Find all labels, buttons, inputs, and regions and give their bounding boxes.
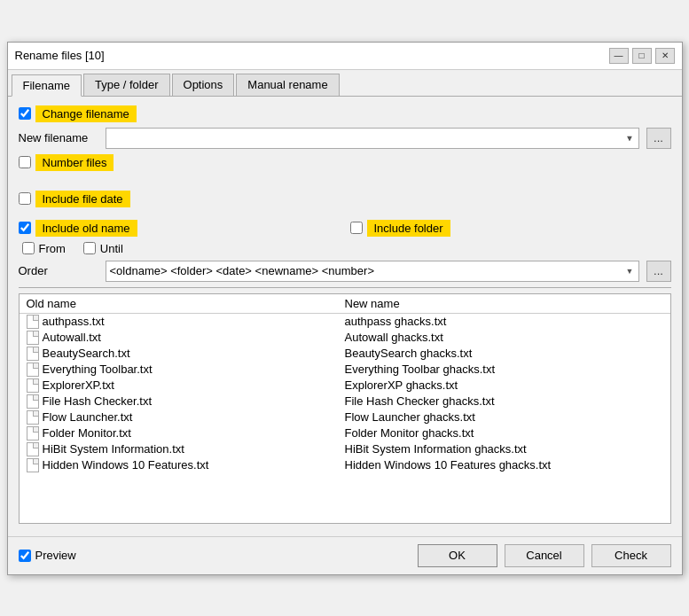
- include-options-row: Include old name Include folder: [19, 220, 671, 237]
- change-filename-label[interactable]: Change filename: [19, 105, 137, 122]
- window-title: Rename files [10]: [15, 49, 105, 62]
- order-dots-button[interactable]: ...: [646, 261, 671, 282]
- file-old-name: authpass.txt: [27, 315, 345, 329]
- order-label: Order: [19, 264, 98, 277]
- preview-label[interactable]: Preview: [19, 549, 76, 562]
- include-folder-text: Include folder: [367, 220, 450, 237]
- title-bar: Rename files [10] — □ ✕: [8, 43, 682, 70]
- new-filename-row: New filename ghacks ▼ ...: [19, 128, 671, 149]
- order-select[interactable]: <oldname> <folder> <date> <newname> <num…: [106, 261, 639, 282]
- file-new-name: authpass ghacks.txt: [345, 315, 663, 328]
- change-filename-row: Change filename: [19, 105, 671, 122]
- file-icon: [27, 442, 39, 456]
- col-header-new: New name: [345, 297, 663, 310]
- include-folder-label[interactable]: Include folder: [350, 220, 450, 237]
- order-row: Order <oldname> <folder> <date> <newname…: [19, 261, 671, 282]
- from-text: From: [39, 242, 66, 255]
- file-old-name: Flow Launcher.txt: [27, 410, 345, 425]
- file-list-header: Old name New name: [20, 294, 670, 314]
- change-filename-checkbox[interactable]: [19, 107, 31, 120]
- from-checkbox[interactable]: [22, 242, 35, 254]
- include-old-name-label[interactable]: Include old name: [19, 220, 137, 237]
- file-list-container: Old name New name authpass.txt authpass …: [19, 293, 671, 524]
- file-icon: [27, 347, 39, 361]
- check-button[interactable]: Check: [591, 544, 671, 567]
- tab-bar: Filename Type / folder Options Manual re…: [8, 70, 682, 97]
- table-row: BeautySearch.txt BeautySearch ghacks.txt: [20, 346, 670, 362]
- footer: Preview OK Cancel Check: [8, 536, 682, 574]
- number-files-checkbox[interactable]: [19, 156, 31, 168]
- main-content: Change filename New filename ghacks ▼ ..…: [8, 97, 682, 536]
- table-row: authpass.txt authpass ghacks.txt: [20, 314, 670, 330]
- include-old-name-col: Include old name: [19, 220, 340, 237]
- preview-checkbox[interactable]: [19, 550, 31, 562]
- table-row: Hidden Windows 10 Features.txt Hidden Wi…: [20, 457, 670, 473]
- new-filename-select-wrapper: ghacks ▼: [106, 128, 639, 149]
- file-new-name: Everything Toolbar ghacks.txt: [345, 363, 663, 376]
- include-folder-col: Include folder: [350, 220, 671, 237]
- number-files-row: Number files: [19, 154, 671, 171]
- tab-manual-rename[interactable]: Manual rename: [236, 74, 339, 96]
- preview-text: Preview: [35, 549, 76, 562]
- maximize-button[interactable]: □: [632, 48, 652, 64]
- file-new-name: Autowall ghacks.txt: [345, 331, 663, 344]
- include-folder-checkbox[interactable]: [350, 222, 363, 234]
- table-row: File Hash Checker.txt File Hash Checker …: [20, 394, 670, 409]
- file-new-name: Folder Monitor ghacks.txt: [345, 426, 663, 440]
- tab-filename[interactable]: Filename: [12, 74, 82, 97]
- from-until-row: From Until: [22, 242, 671, 255]
- file-new-name: Flow Launcher ghacks.txt: [345, 410, 663, 424]
- main-window: Rename files [10] — □ ✕ Filename Type / …: [7, 42, 683, 575]
- include-file-date-label[interactable]: Include file date: [19, 191, 130, 207]
- include-file-date-checkbox[interactable]: [19, 192, 31, 205]
- until-text: Until: [100, 242, 123, 255]
- file-icon: [27, 458, 39, 472]
- ok-button[interactable]: OK: [418, 544, 497, 567]
- file-new-name: HiBit System Information ghacks.txt: [345, 442, 663, 456]
- new-filename-dots-button[interactable]: ...: [646, 128, 671, 149]
- file-old-name: Hidden Windows 10 Features.txt: [27, 458, 345, 472]
- file-new-name: ExplorerXP ghacks.txt: [345, 378, 663, 392]
- until-label[interactable]: Until: [83, 242, 123, 255]
- tab-options[interactable]: Options: [172, 74, 235, 96]
- file-icon: [27, 410, 39, 425]
- file-icon: [27, 315, 39, 329]
- file-new-name: Hidden Windows 10 Features ghacks.txt: [345, 458, 663, 472]
- change-filename-text: Change filename: [35, 105, 137, 122]
- file-old-name: Autowall.txt: [27, 331, 345, 345]
- number-files-text: Number files: [35, 154, 114, 171]
- file-old-name: Folder Monitor.txt: [27, 426, 345, 441]
- file-icon: [27, 426, 39, 441]
- file-icon: [27, 331, 39, 345]
- table-row: ExplorerXP.txt ExplorerXP ghacks.txt: [20, 378, 670, 394]
- include-old-name-text: Include old name: [35, 220, 137, 237]
- close-button[interactable]: ✕: [655, 48, 675, 64]
- file-old-name: Everything Toolbar.txt: [27, 363, 345, 377]
- col-header-old: Old name: [27, 297, 345, 310]
- minimize-button[interactable]: —: [609, 48, 629, 64]
- new-filename-label: New filename: [19, 131, 98, 144]
- table-row: Folder Monitor.txt Folder Monitor ghacks…: [20, 425, 670, 441]
- include-file-date-text: Include file date: [35, 191, 130, 207]
- file-old-name: HiBit System Information.txt: [27, 442, 345, 456]
- cancel-button[interactable]: Cancel: [505, 544, 584, 567]
- table-row: Flow Launcher.txt Flow Launcher ghacks.t…: [20, 409, 670, 425]
- file-old-name: File Hash Checker.txt: [27, 394, 345, 409]
- tab-type-folder[interactable]: Type / folder: [83, 74, 170, 96]
- number-files-label[interactable]: Number files: [19, 154, 114, 171]
- order-select-wrapper: <oldname> <folder> <date> <newname> <num…: [106, 261, 639, 282]
- until-checkbox[interactable]: [83, 242, 96, 254]
- new-filename-input[interactable]: ghacks: [106, 128, 639, 149]
- table-row: HiBit System Information.txt HiBit Syste…: [20, 441, 670, 457]
- file-old-name: BeautySearch.txt: [27, 347, 345, 361]
- file-icon: [27, 378, 39, 393]
- window-controls: — □ ✕: [609, 48, 675, 64]
- file-new-name: File Hash Checker ghacks.txt: [345, 394, 663, 408]
- file-icon: [27, 363, 39, 377]
- file-list-body[interactable]: authpass.txt authpass ghacks.txt Autowal…: [20, 314, 670, 521]
- file-icon: [27, 394, 39, 409]
- from-label[interactable]: From: [22, 242, 66, 255]
- include-file-date-row: Include file date: [19, 191, 671, 207]
- file-new-name: BeautySearch ghacks.txt: [345, 347, 663, 360]
- include-old-name-checkbox[interactable]: [19, 222, 31, 234]
